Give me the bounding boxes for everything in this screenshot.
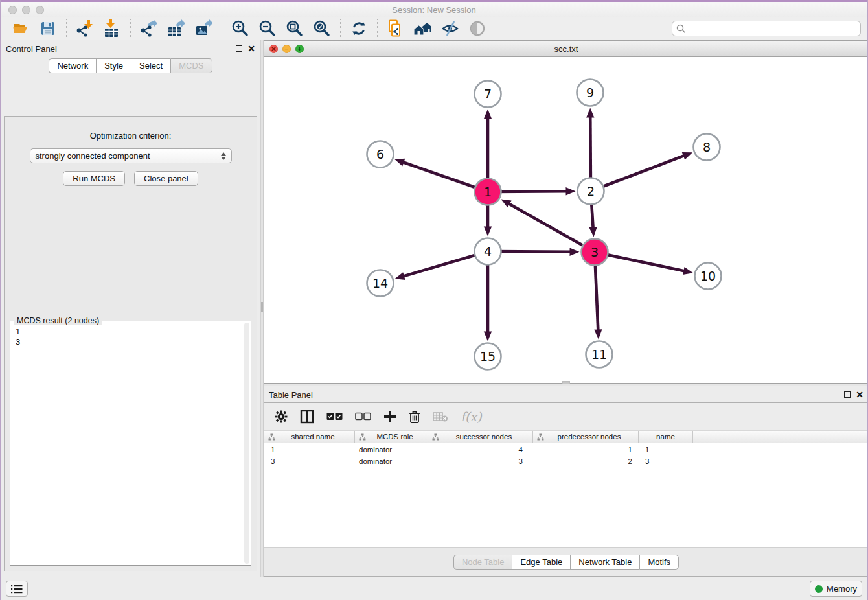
deselect-all-columns-icon[interactable] bbox=[355, 412, 371, 421]
toolbar-separator bbox=[66, 19, 67, 38]
search-input[interactable] bbox=[672, 21, 861, 36]
search-icon bbox=[676, 24, 686, 34]
close-panel-button[interactable]: Close panel bbox=[134, 171, 198, 186]
network-window-controls: ✕ − + bbox=[269, 45, 304, 53]
export-network-icon[interactable] bbox=[137, 19, 161, 38]
graph-edge-arrowhead bbox=[484, 332, 492, 341]
table-panel-titlebar: Table Panel ✕ bbox=[264, 386, 868, 403]
graph-edge-2-8[interactable] bbox=[591, 156, 685, 191]
tab-select[interactable]: Select bbox=[131, 58, 170, 73]
column-header-predecessor-nodes[interactable]: predecessor nodes bbox=[533, 431, 639, 443]
toolbar-separator bbox=[222, 19, 222, 38]
zoom-fit-icon[interactable] bbox=[283, 19, 306, 38]
mcds-result-box: MCDS result (2 nodes) 1 3 bbox=[10, 321, 251, 566]
import-table-glyph bbox=[103, 19, 121, 38]
run-mcds-button[interactable]: Run MCDS bbox=[63, 171, 125, 186]
refresh-arrows-glyph bbox=[350, 20, 367, 37]
network-maximize-button[interactable]: + bbox=[295, 45, 304, 53]
open-session-icon[interactable] bbox=[9, 19, 32, 38]
network-close-button[interactable]: ✕ bbox=[269, 45, 278, 53]
home-welcome-icon[interactable] bbox=[411, 19, 435, 38]
import-network-icon[interactable] bbox=[73, 19, 97, 38]
column-label: name bbox=[643, 433, 692, 441]
cell-shared-name[interactable]: 1 bbox=[264, 446, 355, 454]
graph-edge-arrowhead bbox=[683, 267, 693, 275]
criterion-dropdown[interactable]: strongly connected component bbox=[30, 148, 232, 163]
float-panel-icon[interactable] bbox=[236, 45, 242, 52]
network-window-title: scc.txt bbox=[264, 44, 868, 54]
graph-edge-arrowhead bbox=[589, 227, 597, 237]
column-header-name[interactable]: name bbox=[639, 431, 693, 443]
tab-network[interactable]: Network bbox=[49, 58, 96, 73]
houses-glyph bbox=[413, 20, 433, 37]
graph-node-label: 10 bbox=[700, 269, 716, 283]
select-all-columns-icon[interactable] bbox=[326, 412, 343, 421]
export-image-icon[interactable] bbox=[192, 19, 215, 38]
close-panel-icon[interactable]: ✕ bbox=[247, 45, 255, 52]
network-graph[interactable]: 7968124314101511 bbox=[264, 57, 868, 383]
show-graphics-details-icon[interactable] bbox=[466, 19, 489, 38]
tab-mcds[interactable]: MCDS bbox=[170, 58, 212, 73]
optimization-criterion-label: Optimization criterion: bbox=[5, 131, 257, 141]
cell-successor-nodes[interactable]: 4 bbox=[428, 446, 533, 454]
control-panel-titlebar: Control Panel ✕ bbox=[1, 40, 260, 57]
cell-mcds-role[interactable]: dominator bbox=[355, 446, 428, 454]
zoom-out-icon[interactable] bbox=[256, 19, 279, 38]
control-panel: Control Panel ✕ Network Style Select MCD… bbox=[1, 40, 260, 577]
cell-name[interactable]: 1 bbox=[639, 446, 693, 454]
splitter-handle[interactable] bbox=[261, 302, 263, 312]
mcds-result-line: 1 bbox=[16, 327, 248, 337]
graph-node-label: 2 bbox=[587, 184, 595, 198]
tab-node-table[interactable]: Node Table bbox=[453, 555, 512, 570]
network-minimize-button[interactable]: − bbox=[282, 45, 291, 53]
column-label: MCDS role bbox=[366, 433, 428, 441]
toolbar-separator bbox=[377, 19, 378, 38]
table-row[interactable]: 3 dominator 3 2 3 bbox=[264, 456, 868, 467]
ndex-network-icon[interactable] bbox=[384, 19, 407, 38]
cell-predecessor-nodes[interactable]: 1 bbox=[533, 446, 639, 454]
result-scrollbar[interactable] bbox=[244, 323, 249, 564]
graph-edge-arrowhead bbox=[682, 152, 692, 160]
cell-predecessor-nodes[interactable]: 2 bbox=[533, 457, 639, 465]
criterion-dropdown-value: strongly connected component bbox=[36, 151, 221, 161]
table-empty-area bbox=[264, 467, 868, 547]
hide-graphics-details-icon[interactable] bbox=[439, 19, 462, 38]
save-session-icon[interactable] bbox=[36, 19, 60, 38]
memory-button[interactable]: Memory bbox=[810, 581, 862, 597]
table-settings-icon[interactable] bbox=[275, 410, 288, 423]
import-table-icon[interactable] bbox=[100, 19, 124, 38]
float-table-panel-icon[interactable] bbox=[844, 391, 851, 398]
split-columns-icon bbox=[300, 410, 314, 424]
delete-table-icon[interactable] bbox=[433, 411, 448, 422]
column-selector-icon[interactable] bbox=[300, 410, 314, 424]
export-table-icon[interactable] bbox=[165, 19, 188, 38]
column-header-successor-nodes[interactable]: successor nodes bbox=[428, 431, 533, 443]
cell-mcds-role[interactable]: dominator bbox=[355, 457, 428, 465]
close-table-panel-icon[interactable]: ✕ bbox=[856, 391, 863, 398]
graph-node-label: 15 bbox=[480, 349, 496, 363]
network-canvas[interactable]: 7968124314101511 bbox=[264, 57, 868, 384]
graph-edge-3-1[interactable] bbox=[508, 203, 595, 252]
function-builder-icon[interactable]: f(x) bbox=[461, 410, 482, 424]
network-window-titlebar[interactable]: scc.txt ✕ − + bbox=[264, 40, 868, 57]
window-title: Session: New Session bbox=[1, 5, 867, 15]
graph-edge-arrowhead bbox=[484, 110, 492, 119]
column-header-mcds-role[interactable]: MCDS role bbox=[355, 431, 428, 443]
zoom-in-icon[interactable] bbox=[229, 19, 252, 38]
tab-motifs[interactable]: Motifs bbox=[639, 555, 679, 570]
cell-successor-nodes[interactable]: 3 bbox=[428, 457, 533, 465]
delete-columns-icon[interactable] bbox=[409, 410, 420, 424]
tab-style[interactable]: Style bbox=[96, 58, 131, 73]
tab-edge-table[interactable]: Edge Table bbox=[512, 555, 570, 570]
tab-network-table[interactable]: Network Table bbox=[570, 555, 639, 570]
refresh-icon[interactable] bbox=[347, 19, 371, 38]
application-window: Session: New Session bbox=[0, 0, 868, 600]
add-column-icon[interactable] bbox=[383, 410, 396, 423]
table-row[interactable]: 1 dominator 4 1 1 bbox=[264, 444, 868, 455]
magnifier-fit-glyph bbox=[286, 19, 304, 38]
column-header-shared-name[interactable]: shared name bbox=[264, 431, 355, 443]
cell-shared-name[interactable]: 3 bbox=[264, 457, 355, 465]
show-panels-button[interactable] bbox=[6, 581, 28, 597]
cell-name[interactable]: 3 bbox=[639, 457, 693, 465]
zoom-selected-icon[interactable] bbox=[310, 19, 334, 38]
